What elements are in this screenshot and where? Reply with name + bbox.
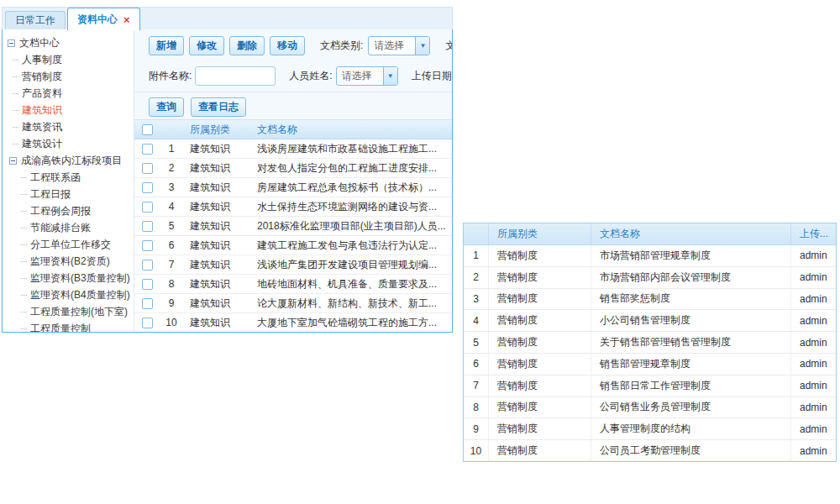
row-number: 1 <box>160 139 183 158</box>
table-row[interactable]: 1建筑知识浅谈房屋建筑和市政基础设施工程施工... <box>134 139 452 159</box>
table-row[interactable]: 6建筑知识建筑工程施工发包与承包违法行为认定... <box>134 236 452 255</box>
table-row[interactable]: 5建筑知识2018标准化监理项目部(业主项目部)人员... <box>134 217 452 236</box>
table-header: 所属别类 文档名称 上传... <box>464 223 836 245</box>
tree-connector-icon <box>13 110 18 111</box>
row-checkbox[interactable] <box>142 182 153 193</box>
tree-item-label: 分工单位工作移交 <box>30 238 111 252</box>
tree-item[interactable]: 工程联系函 <box>8 169 132 186</box>
tree-connector-icon <box>21 194 27 195</box>
table-row[interactable]: 10营销制度公司员工考勤管理制度admin <box>464 440 836 461</box>
tree-item-root[interactable]: 文档中心 <box>8 34 132 51</box>
row-category: 营销制度 <box>489 418 591 439</box>
table-row[interactable]: 5营销制度关于销售部管理销售管理制度admin <box>464 332 836 354</box>
row-checkbox[interactable] <box>142 221 153 232</box>
row-doc-name: 对发包人指定分包的工程施工进度安排... <box>250 159 452 177</box>
panel-body: 文档中心 人事制度营销制度产品资料建筑知识建筑资讯建筑设计成渝高铁内江标段项目工… <box>2 29 453 333</box>
tree-item-label: 监理资料(B2资质) <box>30 255 110 269</box>
row-uploader: admin <box>791 397 836 418</box>
tree-item[interactable]: 工程质量控制 <box>8 320 132 332</box>
tree-item[interactable]: 节能减排台账 <box>8 219 132 236</box>
table-row[interactable]: 2建筑知识对发包人指定分包的工程施工进度安排... <box>134 159 452 178</box>
tree-item[interactable]: 建筑资讯 <box>8 118 132 135</box>
table-row[interactable]: 3营销制度销售部奖惩制度admin <box>464 289 836 311</box>
tree-item-label: 工程质量控制 <box>30 322 91 333</box>
table-row[interactable]: 10建筑知识大厦地下室加气砼墙砌筑工程的施工方... <box>134 313 452 332</box>
row-number: 1 <box>464 245 489 266</box>
tree-connector-icon <box>21 295 27 296</box>
row-checkbox[interactable] <box>142 202 153 213</box>
edit-button[interactable]: 修改 <box>189 36 224 55</box>
row-category: 营销制度 <box>489 267 591 288</box>
tree-connector-icon <box>13 93 18 94</box>
table-row[interactable]: 9建筑知识论大厦新材料、新结构、新技术、新工... <box>134 294 452 313</box>
desktop: 日常工作 资料中心 × 文档中心 人事制度营销制度产品资料建筑知识建筑资讯建筑设… <box>0 0 840 504</box>
doc-category-select[interactable]: 请选择 <box>368 36 430 55</box>
row-number: 6 <box>160 236 183 255</box>
tree-item[interactable]: 建筑设计 <box>8 135 132 152</box>
toolbar: 新增 修改 删除 移动 文档类别: 请选择 文档 <box>149 36 452 55</box>
tree-item[interactable]: 监理资料(B4质量控制) <box>8 286 132 303</box>
doc-name-label-clipped: 文档 <box>445 39 452 53</box>
row-checkbox[interactable] <box>142 240 153 251</box>
row-doc-name: 论大厦新材料、新结构、新技术、新工... <box>250 294 452 312</box>
row-checkbox[interactable] <box>142 298 153 309</box>
attachment-input[interactable] <box>195 66 276 86</box>
row-number: 4 <box>464 310 489 331</box>
category-header: 所属别类 <box>183 120 250 139</box>
table-row[interactable]: 6营销制度销售部管理规章制度admin <box>464 354 836 375</box>
tree-item[interactable]: 监理资料(B3质量控制) <box>8 270 132 286</box>
checkbox-cell <box>134 255 160 274</box>
tree-connector-icon <box>13 76 18 77</box>
tree-item[interactable]: 成渝高铁内江标段项目 <box>8 152 132 169</box>
row-doc-name: 关于销售部管理销售管理制度 <box>591 332 791 353</box>
tree-item[interactable]: 工程日报 <box>8 186 132 202</box>
table-row[interactable]: 4建筑知识水土保持生态环境监测网络的建设与资... <box>134 197 452 217</box>
tree-connector-icon <box>21 228 27 228</box>
tab-bar: 日常工作 资料中心 × <box>2 7 453 29</box>
doc-name-header: 文档名称 <box>250 120 452 139</box>
table-row[interactable]: 8建筑知识地砖地面材料、机具准备、质量要求及... <box>134 275 452 294</box>
table-row[interactable]: 7营销制度销售部日常工作管理制度admin <box>464 375 836 397</box>
tree-item-label: 监理资料(B4质量控制) <box>30 288 130 302</box>
select-all-checkbox[interactable] <box>142 124 153 135</box>
table-row[interactable]: 2营销制度市场营销部内部会议管理制度admin <box>464 267 836 289</box>
results-table: 所属别类 文档名称 上传... 1营销制度市场营销部管理规章制度admin2营销… <box>463 223 837 462</box>
move-button[interactable]: 移动 <box>270 36 305 55</box>
row-checkbox[interactable] <box>142 260 153 270</box>
row-number: 2 <box>464 267 489 288</box>
tab-daily-work[interactable]: 日常工作 <box>5 11 66 29</box>
table-row[interactable]: 3建筑知识房屋建筑工程总承包投标书（技术标）... <box>134 178 452 197</box>
collapse-icon[interactable] <box>9 157 17 165</box>
checkbox-cell <box>134 197 160 216</box>
document-table: 所属别类 文档名称 1建筑知识浅谈房屋建筑和市政基础设施工程施工...2建筑知识… <box>134 120 452 332</box>
query-button[interactable]: 查询 <box>149 97 184 117</box>
row-checkbox[interactable] <box>142 144 153 155</box>
tab-data-center[interactable]: 资料中心 × <box>67 8 140 30</box>
tree-item[interactable]: 人事制度 <box>8 51 132 68</box>
tree-connector-icon <box>21 211 27 212</box>
tree-item[interactable]: 建筑知识 <box>8 102 132 118</box>
tree-item[interactable]: 产品资料 <box>8 85 132 102</box>
number-header-cell <box>160 120 183 139</box>
row-checkbox[interactable] <box>142 279 153 290</box>
add-button[interactable]: 新增 <box>149 36 184 55</box>
delete-button[interactable]: 删除 <box>229 36 265 55</box>
row-checkbox[interactable] <box>142 318 153 328</box>
table-row[interactable]: 4营销制度小公司销售管理制度admin <box>464 310 836 332</box>
tree-item[interactable]: 工程质量控制(地下室) <box>8 303 132 320</box>
tree-item[interactable]: 营销制度 <box>8 68 132 85</box>
table-row[interactable]: 9营销制度人事管理制度的结构admin <box>464 418 836 440</box>
tree-item[interactable]: 监理资料(B2资质) <box>8 253 132 270</box>
collapse-icon[interactable] <box>8 39 15 47</box>
tree-item[interactable]: 分工单位工作移交 <box>8 236 132 253</box>
person-select[interactable]: 请选择 <box>336 66 398 86</box>
row-number: 10 <box>160 313 183 332</box>
filter-row: 附件名称: 人员姓名: 请选择 上传日期 <box>149 66 452 86</box>
row-checkbox[interactable] <box>142 163 153 174</box>
tree-item[interactable]: 工程例会周报 <box>8 202 132 219</box>
view-log-button[interactable]: 查看日志 <box>191 97 246 117</box>
table-row[interactable]: 1营销制度市场营销部管理规章制度admin <box>464 245 836 267</box>
table-row[interactable]: 8营销制度公司销售业务员管理制度admin <box>464 397 836 419</box>
table-row[interactable]: 7建筑知识浅谈地产集团开发建设项目管理规划编... <box>134 255 452 275</box>
close-icon[interactable]: × <box>123 14 130 25</box>
